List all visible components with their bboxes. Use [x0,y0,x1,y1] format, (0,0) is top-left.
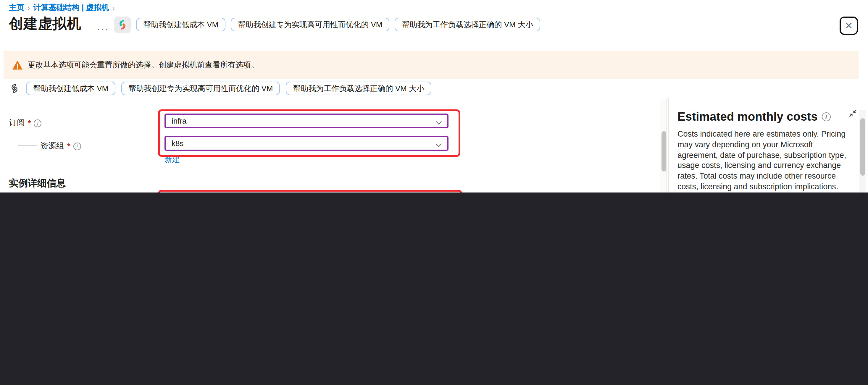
chevron-down-icon [436,119,442,125]
warning-text: 更改基本选项可能会重置所做的选择。创建虚拟机前查看所有选项。 [28,60,258,70]
copilot-suggestion-low-cost[interactable]: 帮助我创建低成本 VM [136,18,225,31]
copilot-outline-icon [9,83,20,94]
cost-panel-title: Estimated monthly costs i [678,110,830,124]
cost-panel-description: Costs indicated here are estimates only.… [678,129,855,193]
annotation-box-vm-name [158,190,462,193]
close-icon: ✕ [845,21,853,30]
subscription-dropdown[interactable]: infra [164,114,448,128]
info-icon[interactable]: i [34,119,42,127]
create-vm-blade: 主页 › 计算基础结构 | 虚拟机 › 创建虚拟机 ··· 帮助我创建低成本 V… [0,0,868,193]
more-menu-button[interactable]: ··· [97,24,109,33]
copilot-suggestion-low-cost[interactable]: 帮助我创建低成本 VM [26,82,115,95]
subscription-label-text: 订阅 [9,118,25,128]
info-icon[interactable]: i [822,113,830,121]
tree-connector [18,145,37,146]
main-scrollbar[interactable] [660,99,667,193]
copilot-icon [117,19,128,31]
copilot-suggestion-vm-size[interactable]: 帮助我为工作负载选择正确的 VM 大小 [395,18,540,31]
resource-group-label: 资源组 * i [40,141,81,151]
subscription-label: 订阅 * i [9,118,42,128]
tree-connector [18,128,18,145]
close-button[interactable]: ✕ [840,17,858,35]
create-new-resource-group-link[interactable]: 新建 [164,154,180,165]
warning-icon [12,60,23,70]
subscription-value: infra [172,117,187,125]
page-title: 创建虚拟机 [9,14,81,33]
instance-details-heading: 实例详细信息 [9,178,66,190]
resource-group-value: k8s [172,139,183,148]
copilot-button[interactable] [114,17,131,33]
chevron-down-icon [436,141,442,147]
copilot-suggestion-high-availability[interactable]: 帮助我创建专为实现高可用性而优化的 VM [231,18,389,31]
breadcrumb: 主页 › 计算基础结构 | 虚拟机 › [9,2,115,13]
breadcrumb-home-link[interactable]: 主页 [9,2,24,13]
breadcrumb-section-link[interactable]: 计算基础结构 | 虚拟机 [33,2,109,13]
info-icon[interactable]: i [73,142,81,150]
required-asterisk: * [67,142,70,151]
panel-divider [668,98,669,193]
copilot-suggestion-high-availability[interactable]: 帮助我创建专为实现高可用性而优化的 VM [121,82,280,95]
copilot-suggestion-vm-size[interactable]: 帮助我为工作负载选择正确的 VM 大小 [286,82,431,95]
copilot-suggestions-inline: 帮助我创建低成本 VM 帮助我创建专为实现高可用性而优化的 VM 帮助我为工作负… [26,82,431,95]
cost-panel-scrollbar[interactable] [859,110,866,193]
breadcrumb-separator-icon: › [113,4,115,11]
cost-panel-title-text: Estimated monthly costs [678,110,817,124]
main-scrollbar-thumb[interactable] [661,131,666,171]
breadcrumb-separator-icon: › [28,4,30,11]
copilot-suggestions-top: 帮助我创建低成本 VM 帮助我创建专为实现高可用性而优化的 VM 帮助我为工作负… [136,18,540,31]
collapse-panel-icon[interactable] [848,109,857,118]
cost-panel-scrollbar-thumb[interactable] [860,118,865,175]
resource-group-dropdown[interactable]: k8s [164,136,448,151]
warning-banner: 更改基本选项可能会重置所做的选择。创建虚拟机前查看所有选项。 [4,51,859,79]
required-asterisk: * [28,119,31,127]
resource-group-label-text: 资源组 [40,141,64,151]
